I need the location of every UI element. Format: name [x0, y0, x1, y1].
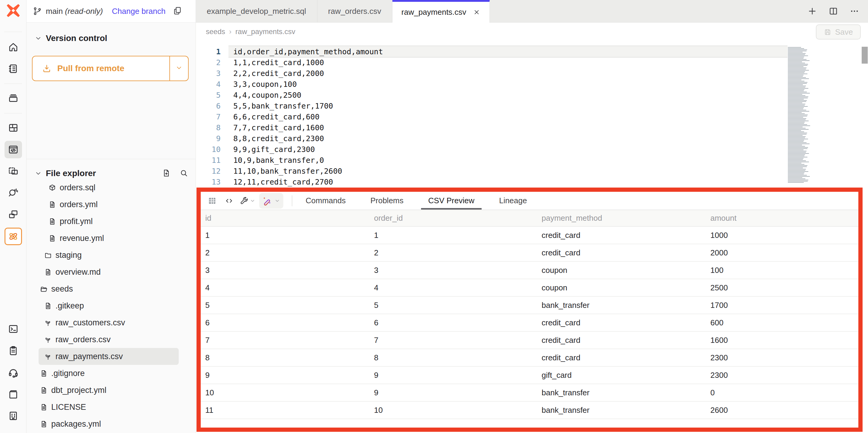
- breadcrumb-folder[interactable]: seeds: [206, 27, 225, 36]
- rail-terminal-button[interactable]: [4, 320, 22, 338]
- rail-notebook-button[interactable]: [4, 60, 22, 78]
- editor-line-9[interactable]: 98,8,credit_card,2300: [196, 133, 868, 144]
- breadcrumb-file: raw_payments.csv: [236, 27, 296, 36]
- rail-inbox-button[interactable]: [4, 89, 22, 107]
- change-branch-link[interactable]: Change branch: [112, 7, 165, 16]
- file-item-staging[interactable]: staging: [38, 247, 179, 263]
- editor-line-13[interactable]: 1312,11,credit_card,2700: [196, 176, 868, 187]
- tab-label: raw_payments.csv: [401, 7, 466, 17]
- pull-dropdown-toggle[interactable]: [170, 56, 188, 81]
- results-table-button[interactable]: [204, 194, 221, 208]
- table-row[interactable]: 44coupon2500: [201, 279, 858, 296]
- file-name: orders.yml: [60, 200, 98, 209]
- left-column: main (read-only) Change branch Version c…: [27, 0, 196, 433]
- rail-dashboards-button[interactable]: [4, 119, 22, 137]
- table-row[interactable]: 88credit_card2300: [201, 349, 858, 366]
- rail-canvas-button[interactable]: [4, 162, 22, 180]
- file-item--gitignore[interactable]: .gitignore: [38, 365, 179, 382]
- toolbar-divider: [292, 195, 292, 206]
- file-item-raw-orders-csv[interactable]: raw_orders.csv: [38, 331, 179, 348]
- editor-tab-1[interactable]: example_develop_metric.sql: [196, 0, 317, 22]
- editor-line-3[interactable]: 32,2,credit_card,2000: [196, 68, 868, 79]
- rail-copilot-button[interactable]: [4, 228, 22, 245]
- save-button[interactable]: Save: [816, 24, 861, 39]
- editor-line-1[interactable]: 1id,order_id,payment_method,amount: [196, 46, 868, 57]
- editor-tab-2[interactable]: raw_orders.csv: [317, 0, 393, 22]
- table-row[interactable]: 109bank_transfer0: [201, 384, 858, 401]
- minimap[interactable]: [788, 47, 811, 183]
- ai-assist-button[interactable]: [259, 193, 283, 209]
- cell: 5: [201, 296, 370, 314]
- file-item--gitkeep[interactable]: .gitkeep: [38, 297, 179, 314]
- pull-from-remote-button[interactable]: Pull from remote: [32, 56, 189, 81]
- compiled-code-button[interactable]: [221, 194, 238, 208]
- file-item-overview-md[interactable]: overview.md: [38, 263, 179, 281]
- file-item-packages-yml[interactable]: packages.yml: [38, 415, 179, 432]
- rail-develop-button[interactable]: [4, 141, 22, 158]
- line-number: 5: [196, 91, 228, 99]
- rail-support-button[interactable]: [4, 364, 22, 381]
- table-row[interactable]: 66credit_card600: [201, 314, 858, 331]
- editor-line-6[interactable]: 65,5,bank_transfer,1700: [196, 100, 868, 111]
- rail-explore-button[interactable]: [4, 184, 22, 201]
- copy-branch-button[interactable]: [173, 6, 182, 17]
- table-row[interactable]: 22credit_card2000: [201, 244, 858, 261]
- file-item-orders-yml[interactable]: orders.yml: [38, 196, 179, 213]
- line-content: 2,2,credit_card,2000: [228, 69, 324, 78]
- doc-icon: [44, 268, 52, 276]
- editor-tab-3[interactable]: raw_payments.csv: [393, 0, 490, 23]
- editor-line-12[interactable]: 1211,10,bank_transfer,2600: [196, 166, 868, 176]
- table-row[interactable]: 55bank_transfer1700: [201, 296, 858, 314]
- table-row[interactable]: 1110bank_transfer2600: [201, 401, 858, 419]
- panel-tab-lineage[interactable]: Lineage: [497, 192, 530, 209]
- editor-line-7[interactable]: 76,6,credit_card,600: [196, 111, 868, 122]
- scrollbar-thumb[interactable]: [862, 47, 868, 64]
- chevron-down-icon: [274, 198, 280, 204]
- panel-tab-commands[interactable]: Commands: [303, 192, 348, 209]
- new-tab-button[interactable]: [807, 6, 817, 16]
- file-item-raw-customers-csv[interactable]: raw_customers.csv: [38, 314, 179, 331]
- table-row[interactable]: 11credit_card1000: [201, 227, 858, 244]
- file-plus-icon: [162, 169, 171, 178]
- rail-logs-button[interactable]: [4, 342, 22, 359]
- table-row[interactable]: 33coupon100: [201, 261, 858, 279]
- rail-docs-button[interactable]: [4, 386, 22, 403]
- editor-line-10[interactable]: 109,9,gift_card,2300: [196, 144, 868, 155]
- code-editor[interactable]: 1id,order_id,payment_method,amount21,1,c…: [196, 41, 868, 187]
- more-options-button[interactable]: [849, 6, 860, 16]
- version-control-header[interactable]: Version control: [34, 32, 188, 45]
- rail-home-button[interactable]: [4, 38, 22, 56]
- building-icon: [7, 410, 19, 422]
- search-files-button[interactable]: [179, 169, 188, 178]
- split-editor-button[interactable]: [828, 6, 838, 16]
- file-item-raw-payments-csv[interactable]: raw_payments.csv: [38, 348, 179, 365]
- editor-line-4[interactable]: 43,3,coupon,100: [196, 79, 868, 90]
- file-item-seeds[interactable]: seeds: [38, 281, 179, 297]
- rail-apps-button[interactable]: [4, 206, 22, 223]
- close-tab-icon[interactable]: [473, 8, 480, 16]
- file-item-dbt-project-yml[interactable]: dbt_project.yml: [38, 382, 179, 399]
- panel-tab-problems[interactable]: Problems: [368, 192, 406, 209]
- chevron-down-icon: [34, 170, 42, 177]
- editor-line-11[interactable]: 1110,9,bank_transfer,0: [196, 155, 868, 166]
- file-item-license[interactable]: LICENSE: [38, 399, 179, 415]
- new-file-button[interactable]: [162, 169, 171, 178]
- editor-line-8[interactable]: 87,7,credit_card,1600: [196, 122, 868, 133]
- rail-organization-button[interactable]: [4, 407, 22, 425]
- line-number: 8: [196, 123, 228, 132]
- file-item-revenue-yml[interactable]: revenue.yml: [38, 230, 179, 247]
- editor-scrollbar[interactable]: [861, 41, 868, 187]
- editor-line-2[interactable]: 21,1,credit_card,1000: [196, 57, 868, 68]
- grid-icon: [7, 122, 19, 134]
- book-icon: [7, 389, 19, 400]
- editor-line-5[interactable]: 54,4,coupon,2500: [196, 90, 868, 100]
- file-item-profit-yml[interactable]: profit.yml: [38, 213, 179, 230]
- table-row[interactable]: 77credit_card1600: [201, 331, 858, 349]
- file-explorer-header[interactable]: File explorer: [34, 167, 188, 180]
- file-name: raw_payments.csv: [56, 352, 123, 361]
- panel-tab-csv-preview[interactable]: CSV Preview: [426, 192, 477, 209]
- file-item-orders-sql[interactable]: orders.sql: [38, 179, 179, 196]
- build-tools-button[interactable]: [238, 194, 257, 208]
- floppy-icon: [824, 28, 832, 36]
- table-row[interactable]: 99gift_card2300: [201, 366, 858, 384]
